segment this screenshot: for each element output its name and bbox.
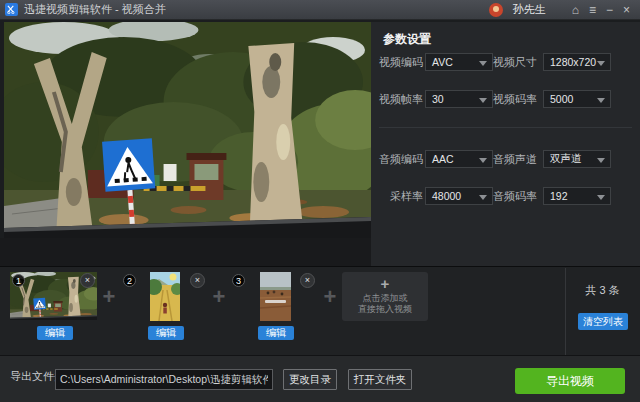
video-codec-select[interactable]: AVC	[425, 53, 493, 71]
clip3-image	[260, 272, 291, 321]
chevron-down-icon	[479, 195, 487, 200]
field-label: 视频帧率	[377, 90, 423, 108]
clip-count: 共 3 条	[565, 283, 640, 298]
video-size-select[interactable]: 1280x720	[543, 53, 611, 71]
clip-number-badge: 2	[123, 274, 136, 287]
clip-thumbnail-3[interactable]	[260, 272, 291, 321]
user-avatar[interactable]	[489, 3, 503, 17]
field-label: 采样率	[377, 187, 423, 205]
clip-timeline: 1 × 编辑 + 2 × 编辑 + 3	[0, 266, 640, 355]
add-video-dropzone[interactable]: + 点击添加或 直接拖入视频	[342, 272, 428, 321]
change-directory-button[interactable]: 更改目录	[283, 369, 337, 390]
timeline-divider	[565, 268, 566, 356]
add-hint-line1: 点击添加或	[342, 293, 428, 304]
field-label: 视频尺寸	[491, 53, 537, 71]
audio-codec-select[interactable]: AAC	[425, 150, 493, 168]
plus-separator-icon: +	[211, 285, 227, 309]
player-controls: ▶ ■ ◀ ▶ 00:00:00.00 00:00:34.23	[0, 238, 371, 266]
frame-rate-select[interactable]: 30	[425, 90, 493, 108]
clip-thumbnail-2[interactable]	[150, 272, 180, 321]
app-window: 迅捷视频剪辑软件 - 视频合并 孙先生 ⌂ ≡ − ×	[0, 0, 640, 402]
export-folder-input[interactable]	[55, 369, 273, 390]
field-label: 音频编码	[377, 150, 423, 168]
video-preview	[4, 22, 371, 238]
clear-list-button[interactable]: 清空列表	[578, 313, 628, 330]
export-video-button[interactable]: 导出视频	[515, 368, 625, 394]
field-label: 音频声道	[491, 150, 537, 168]
edit-clip-button[interactable]: 编辑	[258, 326, 294, 340]
field-label: 视频编码	[377, 53, 423, 71]
title-bar: 迅捷视频剪辑软件 - 视频合并 孙先生 ⌂ ≡ − ×	[0, 0, 640, 20]
params-header: 参数设置	[383, 31, 431, 48]
minimize-icon[interactable]: −	[606, 0, 613, 20]
plus-separator-icon: +	[322, 285, 338, 309]
user-name[interactable]: 孙先生	[513, 2, 546, 17]
clip2-image	[150, 272, 180, 321]
close-icon[interactable]: ×	[623, 0, 630, 20]
params-divider	[379, 127, 632, 128]
open-folder-button[interactable]: 打开文件夹	[348, 369, 412, 390]
audio-bitrate-select[interactable]: 192	[543, 187, 611, 205]
video-bitrate-select[interactable]: 5000	[543, 90, 611, 108]
chevron-down-icon	[597, 158, 605, 163]
field-label: 音频码率	[491, 187, 537, 205]
video-frame-image	[4, 22, 371, 238]
remove-clip-icon[interactable]: ×	[300, 273, 315, 288]
scissors-icon	[7, 5, 16, 14]
params-panel: 参数设置 视频编码 AVC 视频尺寸 1280x720 视频帧率 30 视频码率…	[371, 22, 640, 266]
chevron-down-icon	[479, 61, 487, 66]
audio-channel-select[interactable]: 双声道	[543, 150, 611, 168]
add-plus-icon: +	[342, 275, 428, 293]
remove-clip-icon[interactable]: ×	[190, 273, 205, 288]
chevron-down-icon	[597, 98, 605, 103]
clip-number-badge: 1	[12, 274, 25, 287]
app-icon	[5, 3, 18, 16]
remove-clip-icon[interactable]: ×	[80, 273, 95, 288]
app-title: 迅捷视频剪辑软件 - 视频合并	[24, 2, 166, 17]
field-label: 视频码率	[491, 90, 537, 108]
menu-icon[interactable]: ≡	[589, 0, 596, 20]
add-hint-line2: 直接拖入视频	[342, 304, 428, 315]
home-icon[interactable]: ⌂	[572, 0, 579, 20]
export-bar: 导出文件夹: 更改目录 打开文件夹 导出视频	[0, 355, 640, 402]
chevron-down-icon	[597, 61, 605, 66]
chevron-down-icon	[597, 195, 605, 200]
sample-rate-select[interactable]: 48000	[425, 187, 493, 205]
edit-clip-button[interactable]: 编辑	[148, 326, 184, 340]
plus-separator-icon: +	[101, 285, 117, 309]
chevron-down-icon	[479, 98, 487, 103]
chevron-down-icon	[479, 158, 487, 163]
edit-clip-button[interactable]: 编辑	[37, 326, 73, 340]
clip-number-badge: 3	[232, 274, 245, 287]
